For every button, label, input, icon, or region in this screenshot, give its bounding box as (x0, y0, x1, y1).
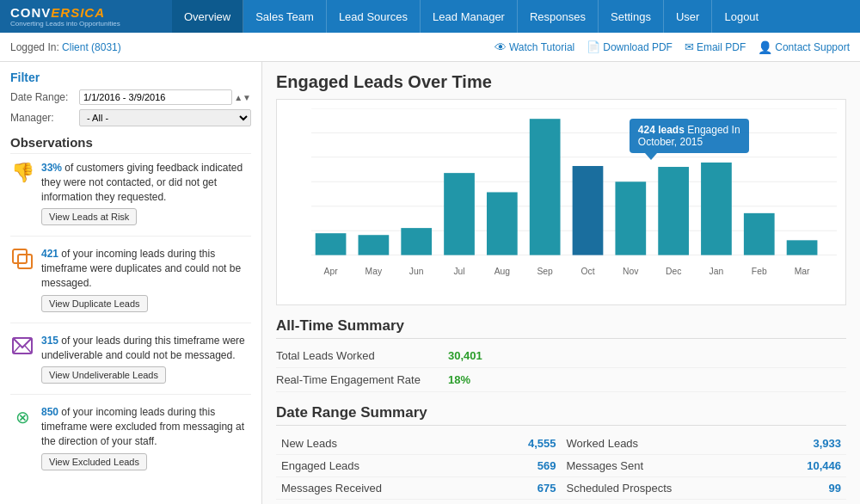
summary-value-0: 30,401 (448, 349, 482, 362)
date-row-new-leads: New Leads 4,555 (276, 433, 562, 455)
manager-select[interactable]: - All - (79, 109, 251, 126)
support-icon: 👤 (758, 40, 772, 54)
svg-rect-35 (658, 167, 689, 255)
date-range-label: Date Range: (10, 91, 79, 103)
svg-text:Mar: Mar (795, 266, 810, 276)
svg-rect-1 (18, 255, 32, 268)
chart-tooltip: 424 leads Engaged InOctober, 2015 (630, 119, 749, 153)
svg-rect-29 (530, 119, 561, 255)
svg-text:Oct: Oct (580, 266, 594, 276)
svg-rect-21 (359, 235, 390, 255)
svg-text:Nov: Nov (623, 266, 639, 276)
svg-line-3 (13, 346, 20, 353)
topbar-actions: 👁 Watch Tutorial 📄 Download PDF ✉ Email … (494, 40, 850, 54)
view-duplicate-leads-button[interactable]: View Duplicate Leads (41, 295, 148, 312)
manager-label: Manager: (10, 112, 79, 124)
svg-rect-39 (744, 213, 775, 255)
date-range-title: Date Range Summary (276, 404, 846, 426)
svg-text:Sep: Sep (537, 266, 552, 276)
watch-tutorial-btn[interactable]: 👁 Watch Tutorial (494, 40, 574, 54)
date-row-scheduled-prospects: Scheduled Prospects 99 (562, 477, 847, 500)
view-leads-at-risk-button[interactable]: View Leads at Risk (41, 208, 137, 225)
svg-text:Aug: Aug (494, 266, 510, 276)
obs-risk-pct: 33% (41, 162, 62, 174)
svg-text:Jan: Jan (710, 266, 724, 276)
thumbdown-icon: 👎 (10, 161, 34, 185)
logo-sub: Converting Leads into Opportunities (10, 20, 162, 28)
all-time-summary: All-Time Summary Total Leads Worked 30,4… (276, 317, 846, 392)
date-col-left: New Leads 4,555 Engaged Leads 569 Messag… (276, 433, 562, 500)
view-excluded-leads-button[interactable]: View Excluded Leads (41, 453, 147, 470)
svg-rect-0 (13, 249, 27, 263)
summary-label-0: Total Leads Worked (276, 349, 448, 362)
obs-dup-text: 421 of your incoming leads during this t… (41, 247, 251, 290)
svg-rect-19 (316, 233, 347, 255)
svg-text:Jul: Jul (453, 266, 464, 276)
svg-rect-33 (615, 181, 646, 255)
svg-text:Jun: Jun (409, 266, 424, 276)
svg-text:May: May (366, 266, 383, 276)
svg-text:Apr: Apr (324, 266, 338, 276)
svg-rect-41 (787, 240, 818, 255)
date-col-right: Worked Leads 3,933 Messages Sent 10,446 … (562, 433, 847, 500)
obs-dup-num: 421 (41, 248, 58, 260)
summary-row-0: Total Leads Worked 30,401 (276, 344, 846, 368)
email-pdf-btn[interactable]: ✉ Email PDF (685, 40, 746, 53)
main-nav: CONVERSICA Converting Leads into Opportu… (0, 0, 860, 33)
svg-text:Feb: Feb (752, 266, 767, 276)
date-row-engaged-leads: Engaged Leads 569 (276, 455, 562, 477)
tooltip-num: 424 leads (638, 124, 685, 136)
obs-undeliv-text: 315 of your leads during this timeframe … (41, 334, 251, 363)
date-range-input[interactable] (79, 89, 232, 105)
chart-title: Engaged Leads Over Time (276, 72, 846, 92)
all-time-title: All-Time Summary (276, 317, 846, 339)
svg-rect-31 (573, 166, 604, 255)
nav-item-sales-team[interactable]: Sales Team (243, 0, 327, 33)
svg-text:Dec: Dec (666, 266, 682, 276)
svg-rect-27 (487, 192, 518, 255)
duplicate-icon (10, 247, 34, 271)
obs-card-excluded: ⊗ 850 of your incoming leads during this… (10, 405, 251, 480)
obs-card-duplicates: 421 of your incoming leads during this t… (10, 247, 251, 323)
date-row-worked-leads: Worked Leads 3,933 (562, 433, 847, 455)
obs-risk-text: 33% of customers giving feedback indicat… (41, 161, 251, 204)
logo: CONVERSICA Converting Leads into Opportu… (0, 0, 172, 33)
obs-card-undeliverable: 315 of your leads during this timeframe … (10, 334, 251, 396)
view-undeliverable-leads-button[interactable]: View Undeliverable Leads (41, 366, 166, 384)
email-icon: ✉ (685, 40, 694, 53)
date-range-summary: Date Range Summary New Leads 4,555 Engag… (276, 404, 846, 500)
nav-item-responses[interactable]: Responses (518, 0, 599, 33)
nav-item-logout[interactable]: Logout (712, 0, 771, 33)
date-range-arrows: ▲▼ (234, 93, 251, 102)
excluded-icon: ⊗ (10, 405, 34, 429)
nav-item-lead-sources[interactable]: Lead Sources (327, 0, 421, 33)
svg-line-4 (25, 346, 32, 353)
contact-support-btn[interactable]: 👤 Contact Support (758, 40, 850, 54)
chart-area: 424 leads Engaged InOctober, 2015 700 60… (276, 99, 846, 305)
pdf-icon: 📄 (587, 40, 600, 53)
nav-item-overview[interactable]: Overview (172, 0, 243, 33)
observations-title: Observations (10, 135, 251, 154)
eye-icon: 👁 (494, 40, 507, 54)
obs-excl-num: 850 (41, 406, 58, 418)
bar-chart-svg: 700 600 500 400 300 200 100 Apr May Jun (311, 108, 837, 279)
summary-value-1: 18% (448, 373, 470, 386)
logged-in-label: Logged In: Client (8031) (10, 41, 121, 53)
svg-rect-25 (444, 173, 475, 255)
nav-item-lead-manager[interactable]: Lead Manager (421, 0, 518, 33)
client-link[interactable]: Client (8031) (62, 41, 121, 53)
date-row-messages-received: Messages Received 675 (276, 477, 562, 500)
nav-item-user[interactable]: User (664, 0, 712, 33)
obs-undeliv-num: 315 (41, 335, 58, 347)
obs-excl-text: 850 of your incoming leads during this t… (41, 405, 251, 448)
main-content: Engaged Leads Over Time 424 leads Engage… (262, 62, 860, 504)
topbar: Logged In: Client (8031) 👁 Watch Tutoria… (0, 33, 860, 62)
undeliverable-icon (10, 334, 34, 358)
obs-card-risk: 👎 33% of customers giving feedback indic… (10, 161, 251, 237)
nav-item-settings[interactable]: Settings (599, 0, 664, 33)
svg-rect-37 (701, 163, 732, 255)
date-row-messages-sent: Messages Sent 10,446 (562, 455, 847, 477)
download-pdf-btn[interactable]: 📄 Download PDF (587, 40, 673, 53)
summary-label-1: Real-Time Engagement Rate (276, 373, 448, 386)
svg-rect-23 (401, 228, 432, 255)
